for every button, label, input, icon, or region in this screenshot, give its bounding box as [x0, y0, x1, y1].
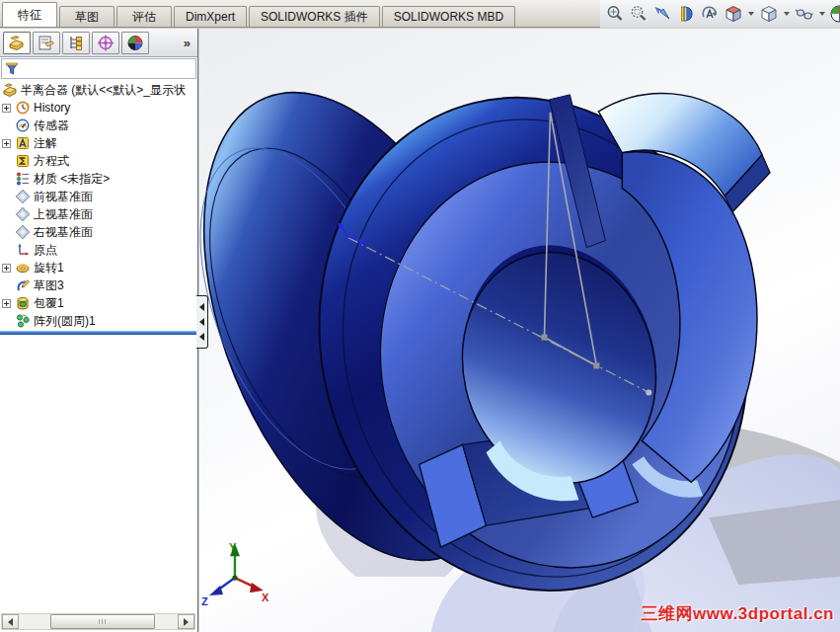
material-icon	[15, 171, 31, 187]
displaymanager-icon	[125, 35, 145, 51]
manager-tab-bar: »	[0, 29, 197, 57]
configurationmanager-icon	[66, 35, 86, 51]
tab-propertymanager[interactable]	[33, 32, 60, 54]
tab-dimxpertmanager[interactable]	[92, 32, 119, 54]
history-icon	[15, 100, 31, 116]
collapse-arrow-icon	[199, 333, 204, 341]
revolve-icon	[15, 260, 31, 276]
sketch-icon	[15, 277, 31, 293]
tree-item-label: 半离合器 (默认<<默认>_显示状	[21, 81, 186, 99]
plane-icon	[15, 189, 31, 204]
propertymanager-icon	[37, 35, 56, 51]
tree-item-sketch3[interactable]: 草图3	[0, 276, 197, 294]
tab-configurationmanager[interactable]	[62, 32, 90, 54]
sketch-handle[interactable]	[541, 334, 547, 340]
view-orientation-dropdown[interactable]	[746, 4, 755, 25]
command-tabs: 特征 草图 评估 DimXpert SOLIDWORKS 插件 SOLIDWOR…	[2, 2, 515, 27]
previous-view-button[interactable]	[651, 4, 672, 25]
tab-sketch[interactable]: 草图	[59, 6, 115, 27]
rollback-bar[interactable]	[0, 331, 197, 335]
tree-item-label: 旋转1	[34, 259, 64, 276]
expand-plus-icon[interactable]	[2, 139, 11, 148]
scrollbar-left-arrow[interactable]	[2, 614, 19, 629]
display-style-button[interactable]	[758, 4, 779, 25]
circular-pattern-icon	[15, 313, 31, 329]
collapse-arrow-icon	[199, 318, 204, 326]
tab-evaluate[interactable]: 评估	[116, 6, 172, 27]
tree-item-label: 注解	[34, 134, 57, 152]
zoom-to-fit-button[interactable]	[604, 4, 625, 25]
tab-dimxpert[interactable]: DimXpert	[174, 6, 247, 27]
tree-filter-bar[interactable]	[1, 58, 196, 79]
tab-solidworks-mbd[interactable]: SOLIDWORKS MBD	[382, 6, 515, 27]
tree-item-wrap1[interactable]: 包覆1	[0, 294, 197, 312]
tree-item-circular-pattern1[interactable]: 阵列(圆周)1	[0, 312, 197, 330]
triad-y-label: Y	[229, 541, 237, 553]
annotations-icon	[15, 135, 31, 151]
part-icon	[2, 82, 18, 98]
tree-item-label: 传感器	[34, 117, 69, 134]
headsup-toolbar	[600, 0, 840, 28]
tree-item-top-plane[interactable]: 上视基准面	[0, 205, 197, 223]
tree-item-sensors[interactable]: 传感器	[0, 117, 197, 134]
view-orientation-button[interactable]	[723, 4, 743, 25]
filter-funnel-icon	[5, 62, 19, 76]
tree-item-front-plane[interactable]: 前视基准面	[0, 188, 197, 205]
model-canvas[interactable]: Y X Z	[199, 29, 840, 632]
tree-item-material[interactable]: 材质 <未指定>	[0, 170, 197, 188]
tab-solidworks-addins[interactable]: SOLIDWORKS 插件	[249, 6, 380, 27]
watermark-text: 三维网www.3dportal.cn	[642, 602, 834, 625]
panel-splitter-handle[interactable]	[196, 295, 208, 349]
scrollbar-right-arrow[interactable]	[178, 614, 194, 629]
origin-icon	[15, 242, 31, 258]
chevron-down-icon	[819, 12, 825, 16]
triad-x-label: X	[262, 592, 269, 603]
tree-item-history[interactable]: History	[0, 99, 197, 117]
tree-item-equations[interactable]: 方程式	[0, 152, 197, 170]
featuremanager-part-icon	[7, 35, 27, 51]
manager-expand-chevron[interactable]: »	[184, 36, 194, 50]
right-arrow-icon	[184, 618, 189, 626]
hide-show-items-dropdown[interactable]	[817, 4, 826, 25]
tree-item-annotations[interactable]: 注解	[0, 134, 197, 152]
zoom-to-area-button[interactable]	[628, 4, 649, 25]
display-style-dropdown[interactable]	[782, 4, 791, 25]
scrollbar-track[interactable]	[19, 614, 178, 629]
rotate-view-button[interactable]	[699, 4, 720, 25]
tree-item-label: 方程式	[34, 152, 69, 170]
command-tab-strip: 特征 草图 评估 DimXpert SOLIDWORKS 插件 SOLIDWOR…	[0, 0, 840, 28]
tree-item-label: 原点	[34, 241, 57, 259]
plane-icon	[15, 224, 31, 240]
sketch-endpoint-dot	[646, 389, 651, 395]
wrap-icon	[15, 295, 31, 311]
graphics-viewport[interactable]: Y X Z 三维网www.3dportal.cn	[199, 29, 840, 632]
tree-item-label: 前视基准面	[34, 188, 93, 205]
tree-item-revolve1[interactable]: 旋转1	[0, 259, 197, 276]
scrollbar-thumb[interactable]	[50, 614, 155, 629]
tree-item-label: 草图3	[34, 276, 64, 294]
tree-item-label: 材质 <未指定>	[34, 170, 110, 188]
zoom-to-area-icon	[629, 4, 649, 24]
rotate-view-icon	[700, 4, 720, 24]
tab-displaymanager[interactable]	[121, 32, 149, 54]
previous-view-icon	[652, 4, 672, 24]
feature-tree: 半离合器 (默认<<默认>_显示状 History 传感器	[0, 79, 197, 335]
hide-show-items-button[interactable]	[794, 4, 814, 25]
edit-appearance-icon	[829, 4, 840, 24]
panel-horizontal-scrollbar[interactable]	[1, 613, 195, 630]
sketch-handle[interactable]	[593, 362, 599, 368]
edit-appearance-button[interactable]	[829, 4, 840, 25]
tree-item-part-root[interactable]: 半离合器 (默认<<默认>_显示状	[0, 81, 197, 99]
tree-item-origin[interactable]: 原点	[0, 241, 197, 259]
tab-features[interactable]: 特征	[2, 2, 57, 27]
left-arrow-icon	[8, 618, 13, 626]
tree-item-right-plane[interactable]: 右视基准面	[0, 223, 197, 241]
expand-plus-icon[interactable]	[2, 299, 11, 308]
expand-plus-icon[interactable]	[2, 104, 11, 113]
triad-z-label: Z	[201, 595, 208, 607]
chevron-down-icon	[784, 12, 790, 16]
expand-plus-icon[interactable]	[2, 264, 11, 273]
tree-item-label: 包覆1	[34, 294, 64, 312]
tab-featuremanager[interactable]	[3, 32, 31, 54]
section-view-button[interactable]	[675, 4, 696, 25]
